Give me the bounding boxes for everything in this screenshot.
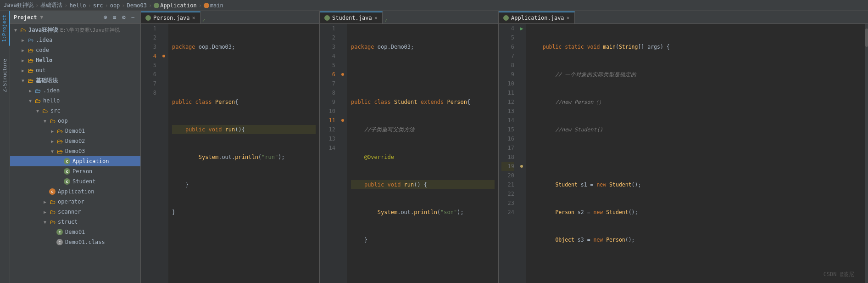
- line-numbers-application: 4 5 6 7 8 9 10 11 12 13 14 15 16 17 18 1…: [499, 24, 517, 283]
- java-class-icon: c: [56, 239, 63, 245]
- folder-icon: 🗁: [56, 148, 63, 154]
- tab-icon-application: [503, 15, 509, 21]
- sidebar-tab-structure[interactable]: Z-Structure: [0, 55, 10, 96]
- code-line: System.out.println("son");: [351, 208, 495, 217]
- folder-icon: 🗁: [41, 108, 49, 114]
- code-line: [351, 70, 495, 79]
- code-editor-application[interactable]: 4 5 6 7 8 9 10 11 12 13 14 15 16 17 18 1…: [499, 24, 868, 283]
- tab-icon-student: [324, 15, 330, 21]
- code-line: // 一个对象的实际类型是确定的: [530, 70, 862, 79]
- tab-close-person[interactable]: ×: [192, 15, 195, 21]
- tab-person[interactable]: Person.java ×: [141, 11, 200, 23]
- code-content-person[interactable]: package oop.Demo03; public class Person …: [168, 24, 319, 283]
- code-line: public class Student extends Person{: [351, 97, 495, 107]
- tree-item-src[interactable]: ▼ 🗁 src: [10, 106, 140, 116]
- tree-item-idea1[interactable]: ▶ 🗁 .idea: [10, 35, 140, 45]
- code-line: public static void main(String[] args) {: [530, 42, 862, 51]
- breadcrumb-item-8[interactable]: main: [210, 2, 223, 9]
- code-line: [530, 263, 862, 272]
- locate-file-button[interactable]: ⊕: [102, 14, 109, 21]
- breadcrumb-item-6[interactable]: Demo03: [127, 2, 147, 9]
- java-c-icon: c: [63, 168, 71, 175]
- tab-student[interactable]: Student.java ×: [320, 11, 383, 23]
- code-line: Person s2 = new Student();: [530, 208, 862, 217]
- java-c-icon: c: [56, 229, 63, 235]
- folder-icon: 🗁: [49, 118, 56, 124]
- folder-icon: 🗁: [19, 27, 27, 33]
- breadcrumb-item-3[interactable]: hello: [69, 2, 86, 9]
- tree-item-hello2[interactable]: ▼ 🗁 hello: [10, 96, 140, 106]
- code-content-student[interactable]: package oop.Demo03; public class Student…: [347, 24, 498, 283]
- code-content-application[interactable]: public static void main(String[] args) {…: [526, 24, 865, 283]
- code-editor-student[interactable]: 1 2 3 4 5 6 7 8 9 10 11 12 13 14: [320, 24, 498, 283]
- tree-item-person[interactable]: c Person: [10, 166, 140, 176]
- tab-icon-person: [145, 15, 151, 21]
- sidebar-tab-project[interactable]: 1:Project: [0, 11, 10, 46]
- tab-close-student[interactable]: ×: [374, 15, 378, 21]
- tree-item-student[interactable]: c Student: [10, 176, 140, 187]
- tab-label-application: Application.java: [511, 15, 564, 21]
- folder-icon: 🗁: [27, 77, 34, 84]
- collapse-all-button[interactable]: ≡: [111, 14, 118, 21]
- breadcrumb-icon-app: [154, 3, 159, 8]
- tab-application[interactable]: Application.java ×: [499, 11, 575, 23]
- gutter-person: [159, 24, 168, 283]
- tree-item-demo01class[interactable]: c Demo01.class: [10, 237, 140, 247]
- tree-item-application2[interactable]: c Application: [10, 187, 140, 197]
- gutter-student: [338, 24, 347, 283]
- scrollbar-thumb[interactable]: [865, 28, 868, 47]
- folder-icon: 🗁: [27, 67, 34, 74]
- breadcrumb-item-1[interactable]: Java狂神说: [4, 1, 33, 9]
- close-panel-button[interactable]: −: [129, 14, 137, 21]
- breadcrumb-item-2[interactable]: 基础语法: [40, 1, 62, 9]
- tree-item-demo01b[interactable]: c Demo01: [10, 227, 140, 237]
- tab-label-student: Student.java: [332, 15, 372, 21]
- tree-item-struct[interactable]: ▼ 🗁 struct: [10, 217, 140, 227]
- code-line: Student s1 = new Student();: [530, 180, 862, 189]
- tree-item-application[interactable]: c Application: [10, 156, 140, 166]
- tree-item-code[interactable]: ▶ 🗁 code: [10, 45, 140, 55]
- editor-pane-application: Application.java × 4 5 6 7 8 9 10 11 12 …: [499, 11, 868, 283]
- tree-item-operator[interactable]: ▶ 🗁 operator: [10, 197, 140, 207]
- tree-item-demo02[interactable]: ▶ 🗁 Demo02: [10, 136, 140, 146]
- java-c-orange-icon: c: [49, 188, 56, 195]
- side-tabs-panel: 1:Project Z-Structure: [0, 11, 10, 283]
- breadcrumb: Java狂神说 › 基础语法 › hello › src › oop › Dem…: [0, 0, 868, 11]
- tree-item-oop[interactable]: ▼ 🗁 oop: [10, 116, 140, 126]
- code-line: //new Student(): [530, 125, 862, 134]
- folder-icon: 🗁: [56, 128, 63, 134]
- tab-bar-student: Student.java × ✓: [320, 11, 498, 24]
- tree-item-hello[interactable]: ▶ 🗁 Hello: [10, 55, 140, 65]
- tree-item-jichu[interactable]: ▼ 🗁 基础语法: [10, 75, 140, 85]
- project-title: Project: [14, 14, 37, 21]
- code-line: Object s3 = new Person();: [530, 235, 862, 244]
- tree-item-scanner[interactable]: ▶ 🗁 scanner: [10, 207, 140, 217]
- code-line: public void run() {: [351, 180, 495, 189]
- breadcrumb-item-7[interactable]: Application: [160, 2, 196, 9]
- settings-button[interactable]: ⚙: [120, 14, 128, 21]
- vertical-scrollbar[interactable]: [865, 24, 868, 283]
- tab-close-application[interactable]: ×: [567, 15, 570, 21]
- breadcrumb-item-4[interactable]: src: [93, 2, 103, 9]
- project-panel-header: Project ▼ ⊕ ≡ ⚙ −: [10, 11, 140, 24]
- tree-item-demo03[interactable]: ▼ 🗁 Demo03: [10, 146, 140, 156]
- tree-item-idea2[interactable]: ▶ 🗁 .idea: [10, 85, 140, 96]
- editor-pane-student: Student.java × ✓ 1 2 3 4 5 6 7 8 9 10 11: [320, 11, 499, 283]
- folder-icon: 🗁: [49, 198, 56, 205]
- code-editor-person[interactable]: 1 2 3 4 5 6 7 8: [141, 24, 319, 283]
- breadcrumb-icon-main: [204, 3, 209, 8]
- code-line: public class Person {: [172, 97, 316, 107]
- code-line: @Override: [351, 153, 495, 162]
- folder-icon: 🗁: [49, 219, 56, 225]
- folder-icon: 🗁: [49, 209, 56, 215]
- project-panel: Project ▼ ⊕ ≡ ⚙ − ▼ 🗁 Java狂神说 E:\学习资源\Ja…: [10, 11, 141, 283]
- code-line: [530, 153, 862, 162]
- tree-item-out[interactable]: ▶ 🗁 out: [10, 65, 140, 75]
- breadcrumb-item-5[interactable]: oop: [110, 2, 120, 9]
- tree-item-demo01[interactable]: ▶ 🗁 Demo01: [10, 126, 140, 136]
- gutter-application: ▶: [517, 24, 526, 283]
- code-line: package oop.Demo03;: [172, 42, 316, 51]
- code-line: //new Person（）: [530, 97, 862, 107]
- tree-item-java-shenshen[interactable]: ▼ 🗁 Java狂神说 E:\学习资源\Java狂神说: [10, 25, 140, 35]
- project-tree: ▼ 🗁 Java狂神说 E:\学习资源\Java狂神说 ▶ 🗁 .idea ▶ …: [10, 24, 140, 283]
